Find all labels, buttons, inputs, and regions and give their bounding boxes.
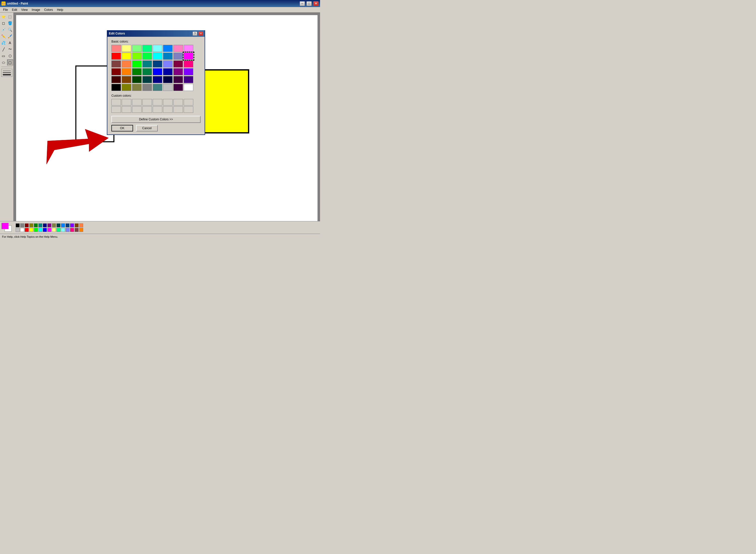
menu-colors[interactable]: Colors bbox=[42, 8, 55, 12]
custom-color-cell-4[interactable] bbox=[153, 99, 162, 106]
basic-color-cell-26[interactable] bbox=[132, 68, 142, 75]
palette-color-6[interactable] bbox=[43, 223, 47, 227]
basic-color-cell-23[interactable] bbox=[184, 60, 193, 67]
basic-color-cell-27[interactable] bbox=[142, 68, 152, 75]
basic-color-cell-24[interactable] bbox=[111, 68, 121, 75]
custom-color-cell-11[interactable] bbox=[142, 106, 152, 113]
tool-rounded-rect[interactable]: ▢ bbox=[7, 59, 13, 65]
palette-color-26[interactable] bbox=[65, 228, 69, 232]
palette-color-25[interactable] bbox=[61, 228, 65, 232]
tool-brush[interactable]: 🖌️ bbox=[7, 33, 13, 39]
basic-color-cell-22[interactable] bbox=[173, 60, 183, 67]
palette-color-18[interactable] bbox=[29, 228, 33, 232]
basic-color-cell-38[interactable] bbox=[173, 76, 183, 83]
basic-color-cell-20[interactable] bbox=[153, 60, 162, 67]
tool-airbrush[interactable]: 💦 bbox=[1, 40, 7, 46]
palette-color-10[interactable] bbox=[61, 223, 65, 227]
basic-color-cell-14[interactable] bbox=[173, 53, 183, 60]
palette-color-1[interactable] bbox=[20, 223, 24, 227]
palette-color-20[interactable] bbox=[38, 228, 42, 232]
palette-color-11[interactable] bbox=[65, 223, 69, 227]
palette-color-12[interactable] bbox=[70, 223, 74, 227]
basic-color-cell-3[interactable] bbox=[142, 45, 152, 52]
palette-color-22[interactable] bbox=[47, 228, 51, 232]
basic-color-cell-16[interactable] bbox=[111, 60, 121, 67]
basic-color-cell-47[interactable] bbox=[184, 84, 193, 91]
basic-color-cell-21[interactable] bbox=[163, 60, 172, 67]
basic-color-cell-29[interactable] bbox=[163, 68, 172, 75]
tool-select-rect[interactable]: ⬚ bbox=[7, 14, 13, 20]
palette-color-28[interactable] bbox=[74, 228, 79, 232]
basic-color-cell-34[interactable] bbox=[132, 76, 142, 83]
custom-color-cell-1[interactable] bbox=[122, 99, 131, 106]
basic-color-cell-2[interactable] bbox=[132, 45, 142, 52]
basic-color-cell-44[interactable] bbox=[153, 84, 162, 91]
define-custom-colors-button[interactable]: Define Custom Colors >> bbox=[111, 116, 201, 123]
basic-color-cell-36[interactable] bbox=[153, 76, 162, 83]
basic-color-cell-18[interactable] bbox=[132, 60, 142, 67]
basic-color-cell-6[interactable] bbox=[173, 45, 183, 52]
basic-color-cell-10[interactable] bbox=[132, 53, 142, 60]
palette-color-5[interactable] bbox=[38, 223, 42, 227]
palette-color-29[interactable] bbox=[79, 228, 83, 232]
palette-color-3[interactable] bbox=[29, 223, 33, 227]
basic-color-cell-43[interactable] bbox=[142, 84, 152, 91]
tool-curve[interactable]: 〜 bbox=[7, 46, 13, 52]
basic-color-cell-30[interactable] bbox=[173, 68, 183, 75]
basic-color-cell-37[interactable] bbox=[163, 76, 172, 83]
dialog-help-button[interactable]: ? bbox=[193, 32, 197, 36]
dialog-close-button[interactable]: ✕ bbox=[198, 32, 203, 36]
menu-file[interactable]: File bbox=[1, 8, 10, 12]
palette-color-16[interactable] bbox=[20, 228, 24, 232]
basic-color-cell-13[interactable] bbox=[163, 53, 172, 60]
palette-color-27[interactable] bbox=[70, 228, 74, 232]
custom-color-cell-9[interactable] bbox=[122, 106, 131, 113]
palette-color-7[interactable] bbox=[47, 223, 51, 227]
basic-color-cell-46[interactable] bbox=[173, 84, 183, 91]
custom-color-cell-14[interactable] bbox=[173, 106, 183, 113]
custom-color-cell-6[interactable] bbox=[173, 99, 183, 106]
tool-eyedropper[interactable]: 💉 bbox=[1, 27, 7, 33]
ok-button[interactable]: OK bbox=[111, 125, 133, 131]
menu-help[interactable]: Help bbox=[55, 8, 65, 12]
palette-color-9[interactable] bbox=[56, 223, 60, 227]
menu-image[interactable]: Image bbox=[30, 8, 42, 12]
tool-zoom[interactable]: 🔍 bbox=[7, 27, 13, 33]
custom-color-cell-8[interactable] bbox=[111, 106, 121, 113]
basic-color-cell-7[interactable] bbox=[184, 45, 193, 52]
palette-color-4[interactable] bbox=[34, 223, 38, 227]
line-size-2[interactable] bbox=[2, 72, 11, 74]
canvas-area[interactable]: Edit Colors ? ✕ Basic colors: Custom col… bbox=[14, 13, 320, 221]
custom-color-cell-3[interactable] bbox=[142, 99, 152, 106]
line-size-1[interactable] bbox=[2, 70, 11, 72]
line-size-3[interactable] bbox=[2, 74, 11, 76]
cancel-button[interactable]: Cancel bbox=[136, 125, 158, 131]
basic-color-cell-19[interactable] bbox=[142, 60, 152, 67]
tool-fill[interactable]: 🪣 bbox=[7, 20, 13, 26]
custom-color-cell-13[interactable] bbox=[163, 106, 172, 113]
palette-color-17[interactable] bbox=[25, 228, 29, 232]
menu-edit[interactable]: Edit bbox=[10, 8, 19, 12]
tool-text[interactable]: A bbox=[7, 40, 13, 46]
basic-color-cell-33[interactable] bbox=[122, 76, 131, 83]
tool-line[interactable]: ╱ bbox=[1, 46, 7, 52]
close-button[interactable]: ✕ bbox=[313, 1, 318, 6]
basic-color-cell-35[interactable] bbox=[142, 76, 152, 83]
custom-color-cell-10[interactable] bbox=[132, 106, 142, 113]
custom-color-cell-15[interactable] bbox=[184, 106, 193, 113]
basic-color-cell-15[interactable] bbox=[184, 53, 193, 60]
basic-color-cell-32[interactable] bbox=[111, 76, 121, 83]
basic-color-cell-31[interactable] bbox=[184, 68, 193, 75]
palette-color-8[interactable] bbox=[52, 223, 56, 227]
basic-color-cell-4[interactable] bbox=[153, 45, 162, 52]
tool-ellipse[interactable]: ⬭ bbox=[1, 59, 7, 65]
palette-color-24[interactable] bbox=[56, 228, 60, 232]
menu-view[interactable]: View bbox=[19, 8, 30, 12]
palette-color-21[interactable] bbox=[43, 228, 47, 232]
palette-color-14[interactable] bbox=[79, 223, 83, 227]
custom-color-cell-12[interactable] bbox=[153, 106, 162, 113]
tool-eraser[interactable]: ◻ bbox=[1, 20, 7, 26]
palette-color-23[interactable] bbox=[52, 228, 56, 232]
basic-color-cell-11[interactable] bbox=[142, 53, 152, 60]
maximize-button[interactable]: □ bbox=[306, 1, 312, 6]
